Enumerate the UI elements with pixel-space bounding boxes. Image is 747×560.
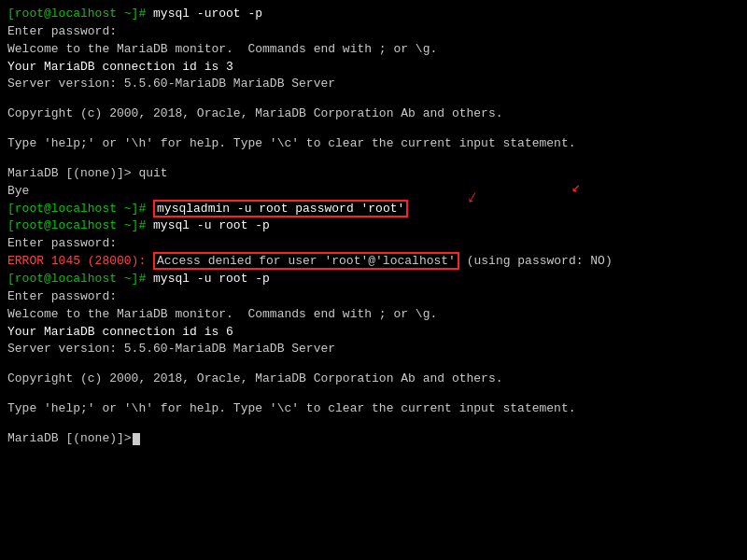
blank-6 — [7, 418, 740, 430]
terminal-window: [root@localhost ~]# mysql -uroot -p Ente… — [0, 0, 747, 560]
line-4: Your MariaDB connection id is 3 — [7, 59, 740, 77]
prompt-1: [root@localhost ~]# — [7, 7, 146, 21]
line-12: Bye — [7, 183, 740, 201]
line-23: Copyright (c) 2000, 2018, Oracle, MariaD… — [7, 371, 740, 388]
line-13-wrapper: [root@localhost ~]# mysqladmin -u root p… — [7, 201, 740, 218]
error-prefix: ERROR 1045 (28000): — [7, 254, 153, 268]
line-11: MariaDB [(none)]> quit — [7, 165, 740, 183]
cursor — [133, 433, 140, 445]
line-2: Enter password: — [7, 23, 740, 41]
line-19: Welcome to the MariaDB monitor. Commands… — [7, 306, 740, 324]
blank-5 — [7, 388, 740, 400]
prompt-17: [root@localhost ~]# — [7, 272, 146, 286]
error-suffix: (using password: NO) — [459, 254, 613, 268]
blank-2 — [7, 123, 740, 135]
line-15: Enter password: — [7, 235, 740, 253]
line-27: MariaDB [(none)]> — [7, 430, 740, 448]
line-20: Your MariaDB connection id is 6 — [7, 324, 740, 342]
line-1: [root@localhost ~]# mysql -uroot -p — [7, 6, 740, 23]
line-18: Enter password: — [7, 288, 740, 306]
line-9: Type 'help;' or '\h' for help. Type '\c'… — [7, 135, 740, 153]
cmd-17: mysql -u root -p — [146, 272, 270, 286]
highlighted-access-denied: Access denied for user 'root'@'localhost… — [153, 252, 459, 270]
cmd-13: mysqladmin -u root password 'root' — [146, 200, 408, 217]
line-16: ERROR 1045 (28000): Access denied for us… — [7, 253, 740, 271]
prompt-14: [root@localhost ~]# — [7, 218, 146, 232]
line-7: Copyright (c) 2000, 2018, Oracle, MariaD… — [7, 105, 740, 123]
line-21: Server version: 5.5.60-MariaDB MariaDB S… — [7, 341, 740, 358]
blank-1 — [7, 93, 740, 105]
line-17: [root@localhost ~]# mysql -u root -p — [7, 271, 740, 288]
blank-3 — [7, 153, 740, 165]
line-3: Welcome to the MariaDB monitor. Commands… — [7, 41, 740, 59]
prompt-13: [root@localhost ~]# — [7, 202, 146, 216]
line-14: [root@localhost ~]# mysql -u root -p — [7, 217, 740, 235]
line-25: Type 'help;' or '\h' for help. Type '\c'… — [7, 400, 740, 418]
cmd-14: mysql -u root -p — [146, 218, 270, 232]
cmd-1: mysql -uroot -p — [146, 7, 262, 21]
line-5: Server version: 5.5.60-MariaDB MariaDB S… — [7, 76, 740, 93]
highlighted-mysqladmin: mysqladmin -u root password 'root' — [153, 200, 408, 217]
arrow-2-icon: ↙ — [571, 177, 581, 199]
line-13: [root@localhost ~]# mysqladmin -u root p… — [7, 201, 740, 218]
blank-4 — [7, 358, 740, 371]
